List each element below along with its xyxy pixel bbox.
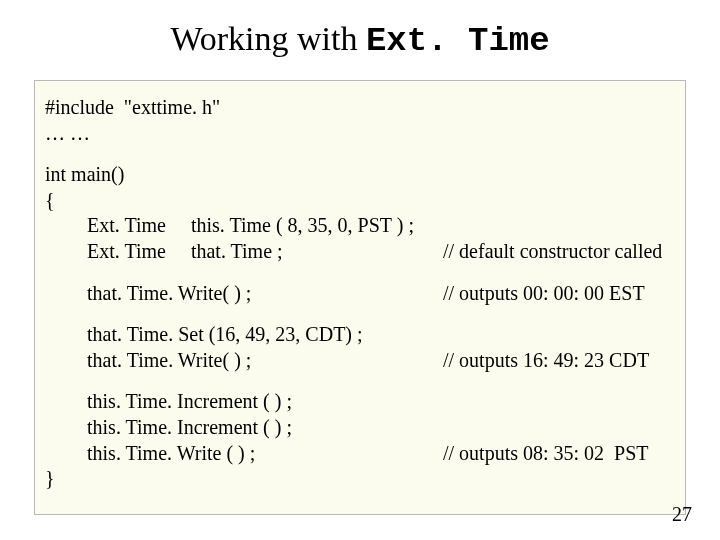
code-line: Ext. Time that. Time ; // default constr… xyxy=(45,239,675,265)
title-prefix: Working with xyxy=(170,20,366,57)
code-line: that. Time. Write( ) ; // outputs 00: 00… xyxy=(45,281,675,307)
that-set: that. Time. Set (16, 49, 23, CDT) ; xyxy=(87,322,363,348)
code-line: } xyxy=(45,466,675,492)
main-sig: int main() xyxy=(45,162,124,188)
ellipsis-line: … … xyxy=(45,121,90,147)
this-increment-1: this. Time. Increment ( ) ; xyxy=(87,389,292,415)
include-line: #include "exttime. h" xyxy=(45,95,220,121)
title-mono: Ext. Time xyxy=(366,22,550,60)
that-write-2: that. Time. Write( ) ; xyxy=(87,348,251,374)
open-brace: { xyxy=(45,188,55,214)
slide: Working with Ext. Time #include "exttime… xyxy=(0,0,720,540)
this-increment-2: this. Time. Increment ( ) ; xyxy=(87,415,292,441)
code-line: that. Time. Write( ) ; // outputs 16: 49… xyxy=(45,348,675,374)
code-line: #include "exttime. h" xyxy=(45,95,675,121)
comment-output-est: // outputs 00: 00: 00 EST xyxy=(443,281,645,307)
code-line: this. Time. Increment ( ) ; xyxy=(45,389,675,415)
comment-output-cdt: // outputs 16: 49: 23 CDT xyxy=(443,348,649,374)
comment-output-pst: // outputs 08: 35: 02 PST xyxy=(443,441,649,467)
code-line: … … xyxy=(45,121,675,147)
code-line: Ext. Time this. Time ( 8, 35, 0, PST ) ; xyxy=(45,213,675,239)
slide-title: Working with Ext. Time xyxy=(0,0,720,70)
code-line: this. Time. Increment ( ) ; xyxy=(45,415,675,441)
code-box: #include "exttime. h" … … int main() { E… xyxy=(34,80,686,515)
page-number: 27 xyxy=(672,503,692,526)
code-line: int main() xyxy=(45,162,675,188)
comment-default-ctor: // default constructor called xyxy=(443,239,662,265)
decl-that-time: Ext. Time that. Time ; xyxy=(87,239,283,265)
close-brace: } xyxy=(45,466,55,492)
decl-this-time: Ext. Time this. Time ( 8, 35, 0, PST ) ; xyxy=(87,213,414,239)
that-write-1: that. Time. Write( ) ; xyxy=(87,281,251,307)
code-line: this. Time. Write ( ) ; // outputs 08: 3… xyxy=(45,441,675,467)
code-line: { xyxy=(45,188,675,214)
code-line: that. Time. Set (16, 49, 23, CDT) ; xyxy=(45,322,675,348)
this-write: this. Time. Write ( ) ; xyxy=(87,441,255,467)
